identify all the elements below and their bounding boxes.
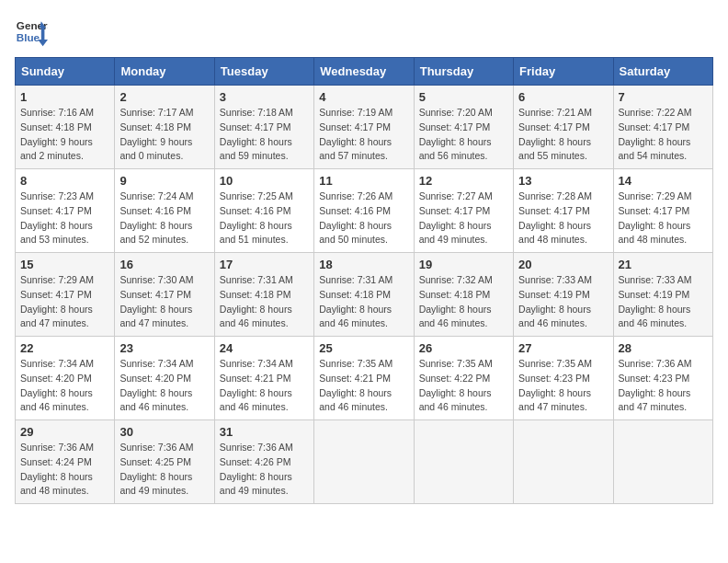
calendar-week-row: 8Sunrise: 7:23 AMSunset: 4:17 PMDaylight… [16,169,713,253]
calendar-cell [414,420,513,504]
day-info: Sunrise: 7:18 AMSunset: 4:17 PMDaylight:… [220,106,309,164]
calendar-week-row: 29Sunrise: 7:36 AMSunset: 4:24 PMDayligh… [16,420,713,504]
day-number: 20 [518,258,608,271]
calendar-header-row: SundayMondayTuesdayWednesdayThursdayFrid… [16,58,713,86]
day-number: 9 [119,174,209,188]
calendar-cell: 19Sunrise: 7:32 AMSunset: 4:18 PMDayligh… [414,253,513,337]
calendar-cell: 11Sunrise: 7:26 AMSunset: 4:16 PMDayligh… [314,169,414,253]
calendar-cell: 13Sunrise: 7:28 AMSunset: 4:17 PMDayligh… [514,169,613,253]
day-info: Sunrise: 7:35 AMSunset: 4:21 PMDaylight:… [319,357,408,415]
calendar-cell [613,420,712,504]
header-cell-wednesday: Wednesday [314,58,414,86]
header-cell-sunday: Sunday [16,58,115,86]
calendar-cell: 12Sunrise: 7:27 AMSunset: 4:17 PMDayligh… [414,169,513,253]
day-info: Sunrise: 7:30 AMSunset: 4:17 PMDaylight:… [119,273,209,331]
calendar-week-row: 1Sunrise: 7:16 AMSunset: 4:18 PMDaylight… [16,86,713,169]
day-info: Sunrise: 7:27 AMSunset: 4:17 PMDaylight:… [419,190,508,247]
calendar-cell [314,420,414,504]
day-info: Sunrise: 7:33 AMSunset: 4:19 PMDaylight:… [518,273,608,331]
calendar-cell: 5Sunrise: 7:20 AMSunset: 4:17 PMDaylight… [414,86,513,169]
day-info: Sunrise: 7:28 AMSunset: 4:17 PMDaylight:… [518,190,608,247]
day-number: 1 [20,90,109,104]
day-info: Sunrise: 7:36 AMSunset: 4:23 PMDaylight:… [619,357,708,415]
calendar-body: 1Sunrise: 7:16 AMSunset: 4:18 PMDaylight… [16,86,713,504]
calendar-cell: 30Sunrise: 7:36 AMSunset: 4:25 PMDayligh… [115,420,214,504]
day-number: 14 [619,174,708,188]
calendar-week-row: 15Sunrise: 7:29 AMSunset: 4:17 PMDayligh… [16,253,713,337]
day-number: 15 [20,258,109,271]
header-cell-friday: Friday [514,58,613,86]
calendar-cell: 4Sunrise: 7:19 AMSunset: 4:17 PMDaylight… [314,86,414,169]
calendar-cell: 9Sunrise: 7:24 AMSunset: 4:16 PMDaylight… [115,169,214,253]
svg-text:Blue: Blue [17,31,40,43]
day-number: 19 [419,258,508,271]
header-cell-thursday: Thursday [414,58,513,86]
day-number: 5 [419,90,508,104]
calendar-cell: 1Sunrise: 7:16 AMSunset: 4:18 PMDaylight… [16,86,115,169]
calendar-cell: 24Sunrise: 7:34 AMSunset: 4:21 PMDayligh… [214,337,313,420]
day-number: 17 [220,258,309,271]
day-number: 28 [619,341,708,355]
day-info: Sunrise: 7:34 AMSunset: 4:21 PMDaylight:… [220,357,309,415]
day-number: 16 [119,258,209,271]
day-number: 2 [119,90,209,104]
day-info: Sunrise: 7:23 AMSunset: 4:17 PMDaylight:… [20,190,109,247]
day-number: 12 [419,174,508,188]
day-number: 10 [220,174,309,188]
calendar-table: SundayMondayTuesdayWednesdayThursdayFrid… [15,57,713,504]
day-number: 6 [518,90,608,104]
day-number: 27 [518,341,608,355]
calendar-cell: 6Sunrise: 7:21 AMSunset: 4:17 PMDaylight… [514,86,613,169]
day-info: Sunrise: 7:36 AMSunset: 4:26 PMDaylight:… [220,441,309,499]
day-number: 18 [319,258,408,271]
day-number: 30 [119,425,209,439]
calendar-cell: 22Sunrise: 7:34 AMSunset: 4:20 PMDayligh… [16,337,115,420]
day-info: Sunrise: 7:24 AMSunset: 4:16 PMDaylight:… [119,190,209,247]
header: General Blue [15,15,713,48]
day-number: 21 [619,258,708,271]
day-number: 31 [220,425,309,439]
calendar-cell: 31Sunrise: 7:36 AMSunset: 4:26 PMDayligh… [214,420,313,504]
calendar-cell: 7Sunrise: 7:22 AMSunset: 4:17 PMDaylight… [613,86,712,169]
day-number: 23 [119,341,209,355]
calendar-cell: 10Sunrise: 7:25 AMSunset: 4:16 PMDayligh… [214,169,313,253]
day-number: 8 [20,174,109,188]
calendar-cell: 20Sunrise: 7:33 AMSunset: 4:19 PMDayligh… [514,253,613,337]
calendar-cell: 16Sunrise: 7:30 AMSunset: 4:17 PMDayligh… [115,253,214,337]
day-info: Sunrise: 7:29 AMSunset: 4:17 PMDaylight:… [619,190,708,247]
calendar-cell: 21Sunrise: 7:33 AMSunset: 4:19 PMDayligh… [613,253,712,337]
day-info: Sunrise: 7:35 AMSunset: 4:22 PMDaylight:… [419,357,508,415]
day-info: Sunrise: 7:17 AMSunset: 4:18 PMDaylight:… [119,106,209,164]
calendar-week-row: 22Sunrise: 7:34 AMSunset: 4:20 PMDayligh… [16,337,713,420]
day-info: Sunrise: 7:22 AMSunset: 4:17 PMDaylight:… [619,106,708,164]
header-cell-tuesday: Tuesday [214,58,313,86]
header-cell-monday: Monday [115,58,214,86]
day-info: Sunrise: 7:26 AMSunset: 4:16 PMDaylight:… [319,190,408,247]
day-number: 26 [419,341,508,355]
day-info: Sunrise: 7:36 AMSunset: 4:24 PMDaylight:… [20,441,109,499]
calendar-cell: 23Sunrise: 7:34 AMSunset: 4:20 PMDayligh… [115,337,214,420]
day-number: 25 [319,341,408,355]
day-info: Sunrise: 7:21 AMSunset: 4:17 PMDaylight:… [518,106,608,164]
calendar-cell: 8Sunrise: 7:23 AMSunset: 4:17 PMDaylight… [16,169,115,253]
day-info: Sunrise: 7:35 AMSunset: 4:23 PMDaylight:… [518,357,608,415]
calendar-cell: 3Sunrise: 7:18 AMSunset: 4:17 PMDaylight… [214,86,313,169]
calendar-cell: 15Sunrise: 7:29 AMSunset: 4:17 PMDayligh… [16,253,115,337]
logo: General Blue [15,15,48,48]
day-info: Sunrise: 7:16 AMSunset: 4:18 PMDaylight:… [20,106,109,164]
logo-icon: General Blue [15,15,48,48]
day-number: 29 [20,425,109,439]
calendar-cell: 25Sunrise: 7:35 AMSunset: 4:21 PMDayligh… [314,337,414,420]
day-info: Sunrise: 7:34 AMSunset: 4:20 PMDaylight:… [20,357,109,415]
day-info: Sunrise: 7:31 AMSunset: 4:18 PMDaylight:… [220,273,309,331]
day-info: Sunrise: 7:31 AMSunset: 4:18 PMDaylight:… [319,273,408,331]
calendar-cell: 18Sunrise: 7:31 AMSunset: 4:18 PMDayligh… [314,253,414,337]
calendar-cell: 14Sunrise: 7:29 AMSunset: 4:17 PMDayligh… [613,169,712,253]
day-info: Sunrise: 7:20 AMSunset: 4:17 PMDaylight:… [419,106,508,164]
calendar-cell: 26Sunrise: 7:35 AMSunset: 4:22 PMDayligh… [414,337,513,420]
calendar-cell [514,420,613,504]
calendar-cell: 28Sunrise: 7:36 AMSunset: 4:23 PMDayligh… [613,337,712,420]
day-info: Sunrise: 7:34 AMSunset: 4:20 PMDaylight:… [119,357,209,415]
calendar-cell: 27Sunrise: 7:35 AMSunset: 4:23 PMDayligh… [514,337,613,420]
day-number: 3 [220,90,309,104]
